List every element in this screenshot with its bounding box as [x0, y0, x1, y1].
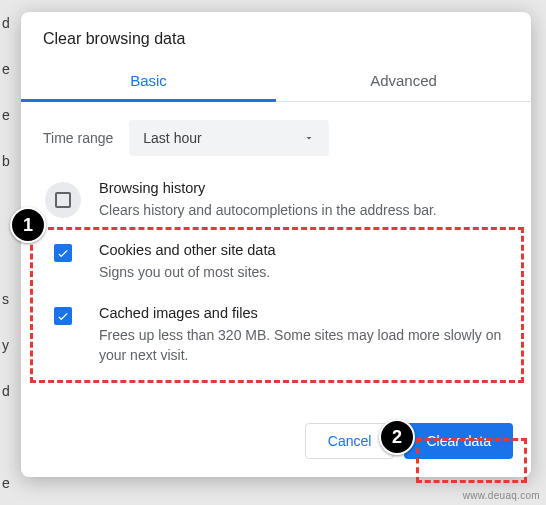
option-cache[interactable]: Cached images and files Frees up less th… [43, 295, 509, 378]
dialog-title: Clear browsing data [21, 12, 531, 62]
option-desc: Signs you out of most sites. [99, 262, 509, 282]
checkmark-icon [56, 309, 70, 323]
option-title: Cookies and other site data [99, 242, 509, 258]
time-range-value: Last hour [143, 130, 201, 146]
watermark: www.deuaq.com [463, 490, 540, 501]
checkbox-square-icon [55, 192, 71, 208]
cancel-button[interactable]: Cancel [305, 423, 395, 459]
tab-basic[interactable]: Basic [21, 62, 276, 101]
checkmark-icon [56, 246, 70, 260]
dialog-footer: Cancel Clear data [21, 407, 531, 477]
option-title: Browsing history [99, 180, 509, 196]
option-browsing-history[interactable]: Browsing history Clears history and auto… [43, 170, 509, 232]
option-title: Cached images and files [99, 305, 509, 321]
option-desc: Frees up less than 320 MB. Some sites ma… [99, 325, 509, 366]
chevron-down-icon [303, 132, 315, 144]
options-list: Browsing history Clears history and auto… [21, 170, 531, 377]
checkbox-unchecked[interactable] [45, 182, 81, 218]
time-range-label: Time range [43, 130, 113, 146]
time-range-row: Time range Last hour [21, 102, 531, 170]
tab-advanced[interactable]: Advanced [276, 62, 531, 101]
checkbox-checked[interactable] [54, 307, 72, 325]
clear-data-button[interactable]: Clear data [404, 423, 513, 459]
option-cookies[interactable]: Cookies and other site data Signs you ou… [43, 232, 509, 294]
tabs: Basic Advanced [21, 62, 531, 102]
clear-browsing-data-dialog: Clear browsing data Basic Advanced Time … [21, 12, 531, 477]
time-range-select[interactable]: Last hour [129, 120, 329, 156]
option-desc: Clears history and autocompletions in th… [99, 200, 509, 220]
checkbox-checked[interactable] [54, 244, 72, 262]
